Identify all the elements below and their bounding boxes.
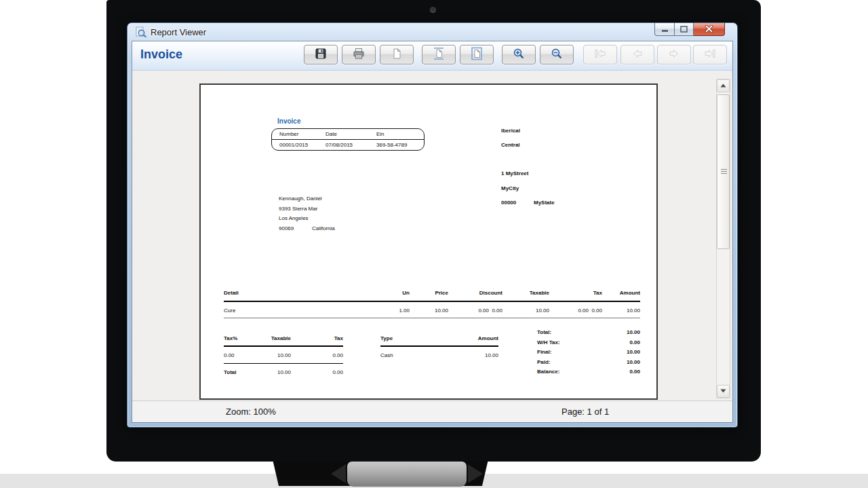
scrollbar-thumb[interactable]	[717, 94, 730, 249]
fit-height-button[interactable]	[422, 45, 456, 64]
actual-size-button[interactable]	[380, 45, 414, 64]
window-title: Report Viewer	[151, 27, 206, 37]
tax-tax-header: Tax	[334, 335, 343, 341]
payment-type: Cash	[380, 352, 393, 358]
tax-total-rule	[224, 363, 343, 364]
detail-table: Detail Un Price Discount Taxable Tax Amo…	[224, 288, 640, 321]
stand-hinge-right	[468, 464, 483, 483]
report-viewer-window: Report Viewer	[127, 22, 738, 428]
monitor-stand-base	[347, 462, 467, 487]
last-page-icon	[702, 47, 718, 63]
client-area: Invoice	[132, 41, 733, 423]
type-header: Type	[380, 335, 393, 341]
save-button[interactable]	[304, 45, 338, 64]
balance-value: 0.00	[629, 369, 640, 375]
un-header: Un	[402, 290, 410, 296]
detail-cell-name: Cure	[224, 307, 235, 314]
tax-header: Tax	[593, 290, 602, 296]
report-name-label: Invoice	[140, 48, 182, 62]
scroll-up-button[interactable]	[717, 79, 730, 92]
maximize-icon	[680, 23, 688, 35]
report-viewer-icon	[135, 26, 147, 40]
total-label: Total:	[537, 329, 551, 335]
detail-header: Detail	[224, 290, 239, 296]
invoice-ein: 369-58-4789	[376, 142, 407, 148]
company-street: 1 MyStreet	[501, 170, 528, 176]
tax-cell-tax: 0.00	[332, 352, 343, 358]
invoice-page: Invoice Number Date Ein 00001/2015 07/08…	[199, 83, 658, 400]
first-page-button[interactable]	[583, 45, 617, 64]
payment-table: Type Amount Cash 10.00	[380, 334, 498, 361]
col-date-label: Date	[326, 131, 337, 137]
detail-cell-amount: 10.00	[627, 307, 640, 314]
close-button[interactable]	[694, 23, 725, 36]
tax-cell-taxable: 10.00	[277, 352, 291, 358]
scroll-down-button[interactable]	[717, 385, 730, 398]
payment-amount: 10.00	[485, 352, 498, 358]
page-icon	[389, 47, 404, 63]
titlebar[interactable]: Report Viewer	[127, 23, 737, 41]
taxable-header: Taxable	[530, 290, 549, 296]
customer-name: Kennaugh, Daniel	[279, 195, 322, 202]
paid-value: 10.00	[627, 359, 640, 365]
customer-street: 9393 Sierra Mar	[279, 206, 317, 212]
last-page-button[interactable]	[693, 45, 727, 64]
scroll-down-icon	[720, 388, 726, 394]
company-zip: 00000	[501, 200, 516, 206]
zoom-out-button[interactable]	[540, 45, 574, 64]
thumb-grip-icon	[721, 169, 727, 174]
minimize-button[interactable]	[654, 23, 675, 36]
monitor-scene: Report Viewer	[0, 0, 868, 488]
detail-cell-taxable: 10.00	[536, 307, 549, 314]
tax-header-rule	[224, 345, 343, 347]
company-name: Iberical	[501, 128, 520, 134]
detail-cell-price: 10.00	[435, 307, 448, 314]
window-controls	[654, 23, 725, 36]
payment-header-rule	[380, 345, 498, 347]
tax-total-label: Total	[224, 369, 237, 375]
detail-row-rule	[224, 318, 640, 318]
company-state: MyState	[534, 200, 555, 206]
first-page-icon	[592, 47, 608, 63]
toolbar: Invoice	[132, 41, 732, 71]
fit-height-icon	[431, 47, 446, 63]
invoice-number: 00001/2015	[279, 142, 308, 148]
next-page-icon	[666, 47, 682, 63]
detail-header-rule	[224, 301, 640, 302]
close-icon	[705, 23, 713, 35]
detail-cell-discount: 0.00 0.00	[478, 307, 502, 314]
print-button[interactable]	[342, 45, 376, 64]
final-label: Final:	[537, 349, 551, 355]
customer-zip: 90069	[279, 225, 294, 231]
maximize-button[interactable]	[675, 23, 694, 36]
tax-total-tax: 0.00	[332, 369, 343, 375]
totals-block: Total: 10.00 W/H Tax: 0.00 Final: 10.00 …	[537, 329, 640, 378]
next-page-button[interactable]	[657, 45, 691, 64]
total-value: 10.00	[627, 329, 640, 335]
col-ein-label: Ein	[376, 131, 384, 137]
statusbar: Zoom: 100% Page: 1 of 1	[132, 400, 732, 422]
zoom-out-icon	[549, 47, 564, 63]
report-preview-area[interactable]: Invoice Number Date Ein 00001/2015 07/08…	[132, 71, 732, 400]
previous-page-icon	[629, 47, 646, 63]
fit-page-button[interactable]	[460, 45, 494, 64]
paid-label: Paid:	[537, 359, 551, 365]
whtax-label: W/H Tax:	[537, 339, 560, 345]
tax-taxable-header: Taxable	[271, 335, 291, 341]
invoice-date: 07/08/2015	[326, 142, 353, 148]
zoom-in-icon	[511, 47, 526, 63]
scroll-up-icon	[720, 83, 726, 89]
company-city: MyCity	[501, 185, 519, 191]
invoice-heading: Invoice	[277, 117, 300, 125]
zoom-in-button[interactable]	[502, 45, 536, 64]
vertical-scrollbar[interactable]	[716, 79, 730, 398]
save-icon	[313, 47, 328, 63]
amount-header: Amount	[620, 290, 640, 296]
tax-total-taxable: 10.00	[277, 369, 291, 375]
minimize-icon	[661, 23, 669, 35]
previous-page-button[interactable]	[620, 45, 654, 64]
tax-cell-pct: 0.00	[224, 352, 235, 358]
zoom-status: Zoom: 100%	[226, 407, 276, 417]
header-box-divider	[272, 139, 424, 140]
amount-header2: Amount	[478, 335, 498, 341]
